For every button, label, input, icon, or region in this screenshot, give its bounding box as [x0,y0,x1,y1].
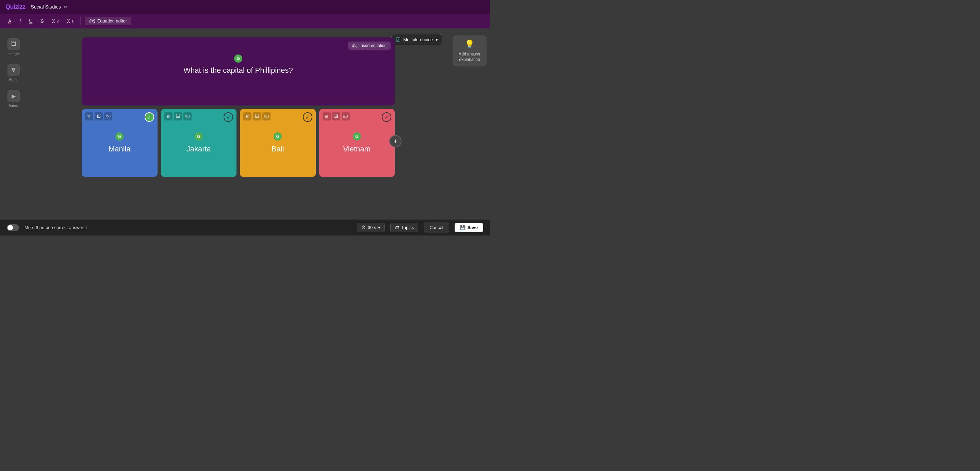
top-nav: Quizizz Social Studies ✏ [0,0,490,14]
answer-text-3[interactable]: Bali [272,145,284,153]
question-text[interactable]: What is the capital of Phillipines? [183,66,293,75]
card-4-formula-button[interactable]: f(x) [342,112,350,121]
card-3-correct-indicator[interactable]: ✓ [303,112,312,122]
quiz-title-container: Social Studies ✏ [31,4,68,10]
video-label: Video [9,103,18,108]
audio-tool[interactable]: 🎙 Audio [5,61,22,84]
card-4-delete-button[interactable]: 🗑 [323,112,331,121]
multiple-correct-text: More than one correct answer [24,225,83,230]
image-tool[interactable]: 🖼 Image [5,35,22,59]
card-1-grammarly-icon: G [115,132,124,140]
topics-label: Topics [401,225,414,230]
formula-icon: f(x) [352,43,358,48]
save-label: Save [468,225,478,230]
card-2-correct-indicator[interactable]: ✓ [224,112,233,122]
right-sidebar: 💡 Add answer explanation [449,29,490,219]
italic-button[interactable]: I [17,17,24,25]
timer-icon: ⏱ [361,225,366,230]
question-text-area[interactable]: G What is the capital of Phillipines? [89,44,388,85]
card-1-correct-indicator[interactable]: ✓ [145,112,154,122]
card-2-grammarly-icon: G [195,132,203,140]
timer-button[interactable]: ⏱ 30 s ▾ [357,223,385,232]
edit-icon[interactable]: ✏ [64,4,68,10]
save-icon: 💾 [460,225,466,230]
card-2-formula-button[interactable]: f(x) [183,112,192,121]
save-button[interactable]: 💾 Save [455,223,483,232]
insert-equation-button[interactable]: f(x) Insert equation [348,41,391,50]
card-4-image-button[interactable]: 🖼 [332,112,340,121]
card-3-grammarly-icon: G [274,132,282,140]
grammarly-icon: G [234,54,242,63]
type-label: Multiple-choice [403,37,433,42]
text-color-button[interactable]: A [5,17,14,25]
equation-editor-button[interactable]: f(x) Equation editor [85,17,131,25]
bulb-icon: 💡 [465,40,475,49]
video-tool[interactable]: ▶ Video [5,87,22,110]
card-1-formula-button[interactable]: f(x) [104,112,112,121]
underline-button[interactable]: U [26,17,35,25]
card-3-formula-button[interactable]: f(x) [262,112,270,121]
formatting-toolbar: A I U S X2 X1 f(x) Equation editor [0,14,490,29]
tag-icon: 🏷 [395,225,399,230]
add-explanation-button[interactable]: 💡 Add answer explanation [453,35,487,66]
card-2-image-button[interactable]: 🖼 [174,112,182,121]
cancel-button[interactable]: Cancel [424,223,449,232]
card-2-toolbar: 🗑 🖼 f(x) [164,112,192,121]
subscript-button[interactable]: X1 [64,17,76,25]
card-2-delete-button[interactable]: 🗑 [164,112,172,121]
superscript-button[interactable]: X2 [49,17,62,25]
audio-label: Audio [9,78,18,82]
insert-eq-label: Insert equation [360,43,387,48]
type-dropdown[interactable]: ☑ Multiple-choice ▾ [391,34,442,45]
card-4-toolbar: 🗑 🖼 f(x) [323,112,350,121]
image-label: Image [8,52,19,56]
question-type-selector[interactable]: ☑ Multiple-choice ▾ [391,34,442,45]
checkbox-icon: ☑ [396,37,401,43]
equation-icon: f(x) [89,19,95,24]
multiple-correct-toggle[interactable] [7,224,19,231]
add-answer-button[interactable]: + [389,135,401,147]
left-sidebar: 🖼 Image 🎙 Audio ▶ Video [0,29,27,219]
timer-chevron-icon: ▾ [378,225,380,230]
info-icon[interactable]: ℹ [86,225,87,230]
timer-label: 30 s [368,225,376,230]
card-1-delete-button[interactable]: 🗑 [85,112,93,121]
audio-icon: 🎙 [8,64,20,76]
strikethrough-button[interactable]: S [38,17,46,25]
answer-card-1[interactable]: 🗑 🖼 f(x) ✓ G Manila [82,109,158,177]
card-4-correct-indicator[interactable]: ✓ [382,112,391,122]
answer-card-3[interactable]: 🗑 🖼 f(x) ✓ G Bali [240,109,316,177]
topics-button[interactable]: 🏷 Topics [390,223,418,232]
question-box[interactable]: f(x) Insert equation G What is the capit… [82,37,395,105]
answer-text-2[interactable]: Jakarta [186,145,211,153]
answer-text-4[interactable]: Vietnam [343,145,371,153]
card-3-toolbar: 🗑 🖼 f(x) [243,112,270,121]
answer-card-4[interactable]: 🗑 🖼 f(x) ✓ G Vietnam [319,109,395,177]
toolbar-divider [80,17,81,25]
answer-grid: 🗑 🖼 f(x) ✓ G Manila 🗑 🖼 f(x) ✓ [82,109,395,177]
card-3-delete-button[interactable]: 🗑 [243,112,251,121]
video-icon: ▶ [8,90,20,102]
logo: Quizizz [5,3,25,11]
bottom-bar: More than one correct answer ℹ ⏱ 30 s ▾ … [0,219,490,236]
image-icon: 🖼 [8,38,20,50]
multiple-correct-label: More than one correct answer ℹ [24,225,87,230]
card-1-image-button[interactable]: 🖼 [95,112,103,121]
add-explanation-text: Add answer explanation [457,52,482,62]
quiz-title: Social Studies [31,4,61,10]
equation-label: Equation editor [97,18,127,24]
main-content: 🖼 Image 🎙 Audio ▶ Video ☑ Multiple-choic… [0,29,490,219]
chevron-down-icon: ▾ [436,37,438,42]
question-area: ☑ Multiple-choice ▾ f(x) Insert equation… [27,29,449,219]
card-1-toolbar: 🗑 🖼 f(x) [85,112,112,121]
card-3-image-button[interactable]: 🖼 [253,112,261,121]
answer-text-1[interactable]: Manila [108,145,130,153]
answer-card-2[interactable]: 🗑 🖼 f(x) ✓ G Jakarta [161,109,237,177]
card-4-grammarly-icon: G [353,132,361,140]
